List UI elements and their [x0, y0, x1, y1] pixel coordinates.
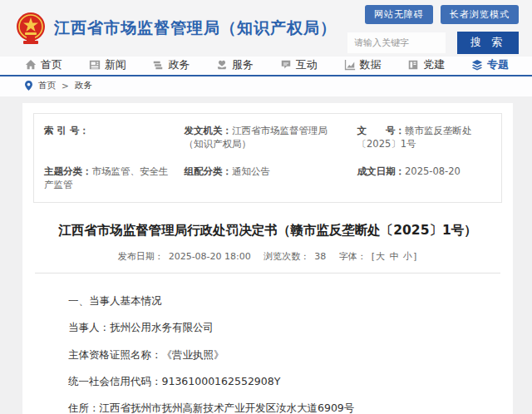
meta-document-number: 文 号：赣市监反垄断处〔2025〕1号 [347, 117, 501, 158]
site-title: 江西省市场监督管理局（知识产权局） [54, 17, 337, 39]
font-size-control[interactable]: [大 中 小] [372, 251, 418, 262]
article-body: 一、当事人基本情况 当事人：抚州公用水务有限公司 主体资格证照名称：《营业执照》… [33, 282, 502, 414]
meta-issuing-authority: 发文机关：江西省市场监督管理局（知识产权局） [175, 117, 347, 158]
home-icon [25, 59, 37, 71]
site-logo-link[interactable]: 江西省市场监督管理局（知识产权局） [15, 11, 337, 46]
nav-item-topics[interactable]: 专题 [471, 57, 509, 72]
national-emblem-icon [15, 11, 47, 46]
breadcrumb-current[interactable]: 政务 [75, 80, 92, 91]
meta-topic-category: 主题分类：市场监管、安全生产监管 [34, 158, 175, 199]
font-size-label: 字体： [339, 251, 367, 262]
search-button[interactable]: 搜 索 [457, 32, 519, 54]
nav-item-interact[interactable]: 互动 [280, 57, 318, 72]
breadcrumb: 首页 > 政务 [0, 76, 532, 96]
breadcrumb-home[interactable]: 首页 [38, 80, 56, 91]
search-input[interactable] [347, 32, 446, 53]
header-tools: 网站无障碍 长者浏览模式 搜 索 [347, 3, 519, 54]
paragraph-address: 住所：江西省抚州市抚州高新技术产业开发区汝水大道6909号 [47, 398, 488, 414]
meta-written-date: 成文日期：2025-08-20 [347, 158, 501, 199]
nav-item-party-building[interactable]: 党建 [407, 57, 445, 72]
interact-icon [280, 59, 292, 71]
nav-item-government[interactable]: 政务 [152, 57, 190, 72]
paragraph-party: 当事人：抚州公用水务有限公司 [47, 318, 488, 337]
nav-item-news[interactable]: 新闻 [89, 57, 126, 72]
article-title: 江西省市场监督管理局行政处罚决定书（赣市监反垄断处〔2025〕1号） [57, 221, 479, 240]
paragraph-license-name: 主体资格证照名称：《营业执照》 [47, 345, 488, 364]
document-meta-table: 索 引 号： 发文机关：江西省市场监督管理局（知识产权局） 文 号：赣市监反垄断… [33, 113, 502, 203]
location-pin-icon [25, 81, 32, 91]
party-building-icon [407, 59, 419, 71]
nav-item-data[interactable]: 数据 [344, 57, 382, 72]
data-chart-icon [344, 59, 356, 71]
government-icon [152, 59, 164, 71]
paragraph-credit-code: 统一社会信用代码：91361000162552908Y [47, 372, 488, 391]
topics-icon [471, 59, 483, 71]
elder-mode-button[interactable]: 长者浏览模式 [441, 5, 519, 24]
meta-index-number: 索 引 号： [34, 117, 175, 158]
publish-date: 2025-08-20 18:00 [169, 251, 251, 262]
nav-item-home[interactable]: 首页 [25, 57, 62, 72]
article-pub-meta: 发布日期：2025-08-20 18:00 浏览次数：38 字体：[大 中 小] [33, 250, 502, 263]
views-label: 浏览次数： [264, 251, 309, 262]
meta-group-category: 组配分类：通知公告 [175, 158, 347, 199]
content-card: 索 引 号： 发文机关：江西省市场监督管理局（知识产权局） 文 号：赣市监反垄断… [22, 103, 513, 414]
breadcrumb-separator: > [62, 81, 69, 91]
accessibility-button[interactable]: 网站无障碍 [365, 5, 433, 24]
paragraph-section-1-heading: 一、当事人基本情况 [47, 291, 488, 310]
views-count: 38 [314, 251, 326, 262]
nav-item-service[interactable]: 服务 [216, 57, 254, 72]
news-icon [89, 59, 101, 71]
title-divider [35, 273, 500, 274]
main-nav: 首页 新闻 政务 服务 互动 数据 党建 专题 [0, 57, 532, 76]
publish-date-label: 发布日期： [118, 251, 164, 262]
site-header: 江西省市场监督管理局（知识产权局） 网站无障碍 长者浏览模式 搜 索 [0, 0, 532, 57]
service-icon [216, 59, 228, 71]
